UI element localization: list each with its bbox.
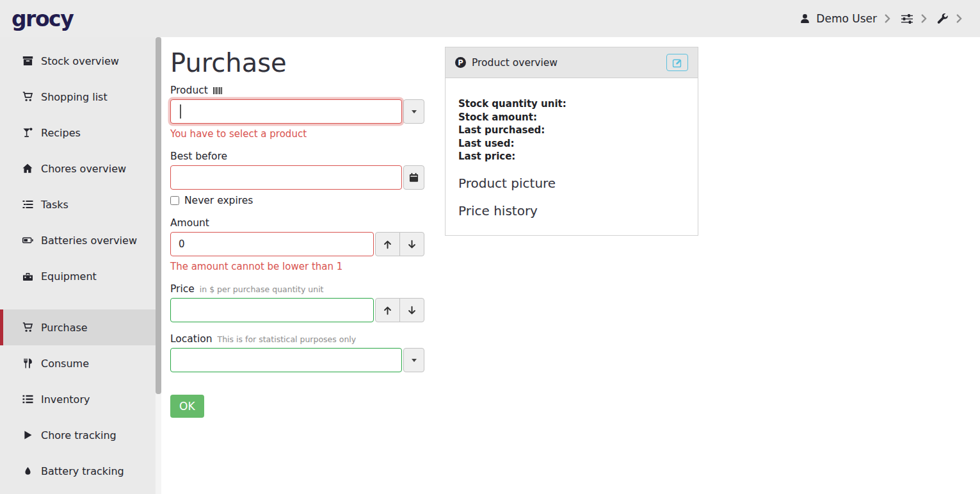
sidebar-item-tasks[interactable]: Tasks — [0, 186, 161, 222]
utensils-icon — [21, 358, 34, 368]
sidebar-item-shopping-list[interactable]: Shopping list — [0, 79, 161, 115]
main-content: Purchase Product You have to sele — [161, 37, 980, 494]
sidebar-item-label: Stock overview — [41, 55, 119, 67]
sidebar-item-label: Shopping list — [41, 91, 108, 103]
sidebar-item-recipes[interactable]: Recipes — [0, 115, 161, 151]
edit-product-button[interactable] — [666, 54, 688, 71]
app-header: grocy Demo User — [0, 0, 980, 37]
product-circle-icon: P — [455, 57, 466, 68]
sidebar-item-chores-overview[interactable]: Chores overview — [0, 151, 161, 186]
price-decrement-button[interactable] — [399, 298, 424, 322]
chevron-right-icon — [956, 14, 962, 23]
shopping-cart-icon — [21, 92, 34, 102]
price-increment-button[interactable] — [375, 298, 400, 322]
best-before-label: Best before — [170, 151, 227, 162]
sidebar-item-battery-tracking[interactable]: Battery tracking — [0, 453, 161, 489]
location-input[interactable] — [170, 348, 402, 372]
price-history-heading: Price history — [458, 203, 685, 218]
product-overview-title: Product overview — [472, 57, 558, 69]
sidebar-item-stock-overview[interactable]: Stock overview — [0, 43, 161, 79]
sidebar-section-gap — [0, 294, 161, 309]
chevron-right-icon — [885, 14, 890, 23]
sidebar-item-label: Battery tracking — [41, 465, 124, 477]
product-picture-heading: Product picture — [458, 176, 685, 191]
sidebar-item-label: Inventory — [41, 393, 90, 406]
sidebar-item-inventory[interactable]: Inventory — [0, 381, 161, 417]
ok-button[interactable]: OK — [170, 395, 204, 418]
sidebar-item-label: Purchase — [41, 322, 88, 334]
amount-label: Amount — [170, 217, 209, 229]
last-used-label: Last used: — [458, 137, 685, 151]
amount-increment-button[interactable] — [375, 232, 400, 256]
sidebar-item-batteries-overview[interactable]: Batteries overview — [0, 222, 161, 258]
sidebar-item-label: Chores overview — [41, 163, 126, 175]
product-group: Product You have to select a product — [170, 85, 424, 140]
product-input[interactable] — [170, 99, 402, 124]
shopping-cart-icon — [21, 322, 34, 333]
last-purchased-label: Last purchased: — [458, 124, 685, 137]
arrow-down-icon — [407, 240, 417, 249]
settings-menu[interactable] — [901, 13, 927, 24]
sidebar-item-chore-tracking[interactable]: Chore tracking — [0, 417, 161, 453]
arrow-down-icon — [407, 306, 417, 315]
amount-input[interactable] — [170, 232, 374, 256]
cocktail-icon — [21, 128, 34, 138]
best-before-input[interactable] — [170, 165, 402, 190]
product-dropdown-button[interactable] — [403, 99, 424, 124]
product-error: You have to select a product — [170, 128, 424, 140]
never-expires-label: Never expires — [184, 195, 253, 206]
arrow-up-icon — [383, 240, 392, 249]
location-group: Location This is for statistical purpose… — [170, 333, 424, 372]
admin-menu[interactable] — [937, 13, 962, 24]
barcode-icon — [213, 86, 222, 95]
sidebar-item-label: Tasks — [41, 199, 68, 211]
sidebar-item-label: Equipment — [41, 270, 97, 283]
stock-quantity-unit-label: Stock quantity unit: — [458, 97, 685, 111]
location-label: Location — [170, 333, 213, 345]
text-cursor — [180, 104, 181, 119]
droplet-icon — [21, 466, 34, 476]
price-hint: in $ per purchase quantity unit — [200, 284, 324, 294]
sidebar-scrollbar-thumb[interactable] — [156, 37, 161, 394]
user-menu[interactable]: Demo User — [799, 12, 890, 25]
list-icon — [21, 394, 34, 404]
stock-amount-label: Stock amount: — [458, 111, 685, 124]
never-expires-checkbox[interactable] — [170, 196, 179, 205]
user-icon — [799, 13, 810, 24]
location-hint: This is for statistical purposes only — [218, 334, 357, 344]
product-overview-body: Stock quantity unit: Stock amount: Last … — [446, 78, 698, 235]
header-nav: Demo User — [799, 12, 962, 25]
wrench-icon — [937, 13, 949, 24]
box-icon — [21, 56, 34, 66]
amount-decrement-button[interactable] — [399, 232, 424, 256]
sliders-icon — [901, 13, 913, 24]
battery-icon — [21, 235, 34, 245]
sidebar-item-consume[interactable]: Consume — [0, 345, 161, 381]
caret-down-icon — [412, 359, 417, 362]
arrow-up-icon — [383, 306, 392, 315]
price-input[interactable] — [170, 298, 374, 322]
sidebar-item-purchase[interactable]: Purchase — [0, 309, 161, 345]
product-overview-header: P Product overview — [446, 47, 698, 78]
price-label: Price — [170, 283, 195, 295]
calendar-icon — [409, 172, 419, 183]
tasks-icon — [21, 199, 34, 210]
sidebar-item-label: Batteries overview — [41, 235, 137, 247]
price-group: Price in $ per purchase quantity unit — [170, 283, 424, 322]
amount-error: The amount cannot be lower than 1 — [170, 261, 424, 272]
best-before-group: Best before Never expires — [170, 151, 424, 206]
sidebar: Stock overview Shopping list Recipes Cho… — [0, 37, 161, 494]
edit-pencil-icon — [672, 58, 682, 68]
sidebar-item-label: Chore tracking — [41, 429, 116, 441]
location-dropdown-button[interactable] — [403, 348, 424, 372]
purchase-form: Product You have to select a product — [170, 85, 424, 418]
sidebar-item-label: Consume — [41, 358, 89, 370]
product-overview-panel: P Product overview Stock quantity unit: … — [445, 47, 698, 236]
play-icon — [21, 430, 34, 440]
user-menu-label: Demo User — [816, 12, 877, 25]
calendar-button[interactable] — [403, 165, 424, 190]
sidebar-item-equipment[interactable]: Equipment — [0, 258, 161, 294]
product-label: Product — [170, 85, 208, 96]
grocy-logo[interactable]: grocy — [12, 6, 73, 31]
home-icon — [21, 163, 34, 174]
